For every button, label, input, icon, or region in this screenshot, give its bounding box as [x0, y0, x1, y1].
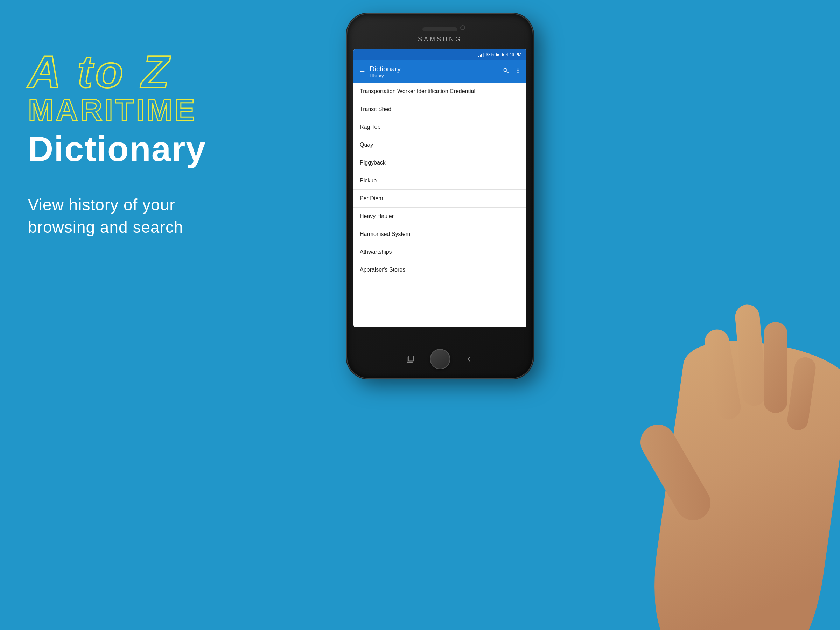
list-item[interactable]: Rag Top [354, 118, 526, 136]
list-item[interactable]: Transit Shed [354, 101, 526, 118]
phone-nav-bar [357, 349, 524, 369]
left-panel: A to Z MARITIME Dictionary View history … [28, 49, 217, 239]
list-item[interactable]: Quay [354, 136, 526, 154]
status-bar: 33% 4:46 PM [354, 49, 526, 60]
phone-speaker [422, 27, 458, 32]
toolbar-title-group: Dictionary History [369, 65, 499, 78]
app-toolbar: ← Dictionary History [354, 60, 526, 83]
list-item[interactable]: Harmonised System [354, 226, 526, 243]
back-nav-button[interactable] [464, 354, 475, 365]
time-display: 4:46 PM [506, 52, 521, 57]
title-dictionary: Dictionary [28, 129, 217, 169]
phone-screen: 33% 4:46 PM ← Dictionary History [354, 49, 526, 327]
list-item[interactable]: Heavy Hauler [354, 208, 526, 226]
title-maritime: MARITIME [28, 95, 217, 125]
signal-bar-1 [478, 56, 480, 57]
toolbar-actions [503, 67, 521, 76]
dictionary-list: Transportation Worker Identification Cre… [354, 83, 526, 327]
signal-bar-2 [480, 55, 481, 57]
signal-bar-4 [483, 53, 484, 57]
list-item[interactable]: Transportation Worker Identification Cre… [354, 83, 526, 101]
title-a-to-z: A to Z [28, 49, 217, 95]
subtitle-text: View history of yourbrowsing and search [28, 194, 217, 239]
list-item[interactable]: Appraiser's Stores [354, 261, 526, 279]
phone-device: SAMSUNG 33% [347, 14, 533, 378]
samsung-logo: SAMSUNG [418, 36, 462, 43]
recent-apps-button[interactable] [404, 354, 416, 365]
list-item[interactable]: Athwartships [354, 243, 526, 261]
list-item[interactable]: Per Diem [354, 190, 526, 208]
hand-image [543, 168, 840, 630]
more-options-icon[interactable] [515, 67, 521, 76]
home-button[interactable] [430, 349, 450, 369]
phone-camera [460, 25, 465, 30]
toolbar-title: Dictionary [369, 65, 499, 73]
signal-bar-3 [481, 54, 482, 57]
back-button[interactable]: ← [358, 68, 366, 75]
list-item[interactable]: Pickup [354, 172, 526, 190]
list-item[interactable]: Piggyback [354, 154, 526, 172]
signal-bars [478, 52, 484, 57]
battery-icon [496, 53, 504, 56]
toolbar-subtitle: History [369, 73, 499, 78]
search-icon[interactable] [503, 67, 510, 76]
signal-strength: 33% [486, 52, 494, 57]
